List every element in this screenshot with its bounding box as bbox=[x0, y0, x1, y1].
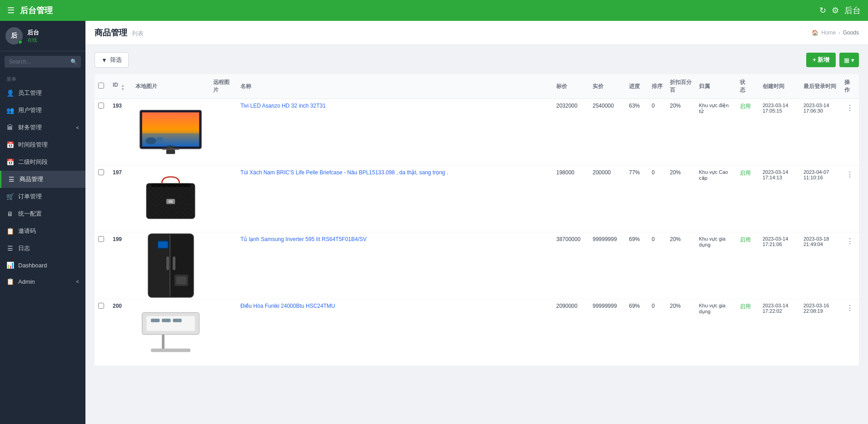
svg-rect-29 bbox=[162, 335, 165, 350]
sidebar-item-config[interactable]: 🖥 统一配置 bbox=[0, 205, 85, 222]
sidebar-item-logs[interactable]: ☰ 日志 bbox=[0, 240, 85, 257]
row-action-button[interactable]: ⋮ bbox=[844, 169, 855, 180]
product-table-wrap: ID ▲▼ 本地图片 远程图片 名称 标价 实价 进度 排序 折扣百分百 归属 … bbox=[95, 74, 859, 366]
th-status: 状态 bbox=[736, 74, 759, 99]
row-checkbox[interactable] bbox=[98, 103, 104, 108]
row-remote-img bbox=[210, 99, 237, 166]
goods-icon: ☰ bbox=[8, 176, 15, 183]
svg-rect-26 bbox=[151, 319, 160, 322]
row-progress: 77% bbox=[625, 166, 648, 232]
svg-rect-3 bbox=[162, 148, 180, 150]
row-remote-img bbox=[210, 232, 237, 299]
row-name: Túi Xách Nam BRIC'S Life Pelle Briefcase… bbox=[237, 166, 553, 232]
svg-rect-19 bbox=[173, 256, 175, 270]
row-progress: 69% bbox=[625, 299, 648, 366]
sidebar-item-dashboard[interactable]: 📊 Dashboard bbox=[0, 257, 85, 273]
product-name-link[interactable]: Tủ lạnh Samsung Inverter 595 lít RS64T5F… bbox=[240, 236, 367, 242]
sidebar-item-users[interactable]: 👥 用户管理 bbox=[0, 102, 85, 119]
row-created: 2023-03-1417:05:15 bbox=[759, 99, 800, 166]
column-button[interactable]: ▦ ▾ bbox=[839, 53, 859, 67]
timeslot-icon: 📅 bbox=[6, 141, 14, 148]
sidebar-item-staff[interactable]: 👤 员工管理 bbox=[0, 84, 85, 102]
row-checkbox-cell bbox=[95, 166, 109, 232]
app-title: 后台管理 bbox=[20, 5, 53, 16]
row-real-price: 2540000 bbox=[589, 99, 625, 166]
svg-rect-7 bbox=[142, 133, 200, 147]
filter-button[interactable]: ▼ 筛选 bbox=[95, 52, 129, 68]
row-created: 2023-03-1417:22:02 bbox=[759, 299, 800, 366]
sidebar-section-label: 菜单 bbox=[0, 72, 85, 84]
sidebar-item-goods[interactable]: ☰ 商品管理 bbox=[0, 171, 85, 188]
status-badge: 启用 bbox=[740, 303, 751, 310]
row-action-button[interactable]: ⋮ bbox=[844, 303, 855, 313]
row-action-button[interactable]: ⋮ bbox=[844, 103, 855, 113]
sidebar-item-label: 用户管理 bbox=[18, 106, 42, 114]
table-row: 200 Điều Hòa Funiki 24000Btu HSC24TMU 20… bbox=[95, 299, 859, 366]
logs-icon: ☰ bbox=[6, 245, 14, 252]
row-checkbox-cell bbox=[95, 299, 109, 366]
sidebar-item-admin[interactable]: 📋 Admin < bbox=[0, 273, 85, 290]
sidebar-item-finance[interactable]: 🏛 财务管理 < bbox=[0, 119, 85, 136]
admin-icon: 📋 bbox=[6, 278, 14, 285]
row-real-price: 200000 bbox=[589, 166, 625, 232]
svg-rect-18 bbox=[166, 256, 169, 270]
row-action: ⋮ bbox=[841, 232, 859, 299]
page-subtitle: 列表 bbox=[132, 30, 144, 38]
topbar: ☰ 后台管理 ↻ ⚙ 后台 bbox=[0, 0, 868, 21]
th-id[interactable]: ID ▲▼ bbox=[109, 74, 132, 99]
row-belong: Khu vực Cao cấp bbox=[695, 166, 736, 232]
row-checkbox[interactable] bbox=[98, 169, 104, 175]
row-created: 2023-03-1417:14:13 bbox=[759, 166, 800, 232]
user-info: 后台 在线 bbox=[27, 29, 39, 44]
sort-arrows: ▲▼ bbox=[121, 84, 125, 91]
row-checkbox[interactable] bbox=[98, 236, 104, 242]
topbar-left: ☰ 后台管理 bbox=[7, 5, 53, 16]
row-checkbox[interactable] bbox=[98, 303, 104, 309]
chevron-icon: < bbox=[76, 125, 79, 130]
row-created: 2023-03-1417:21:06 bbox=[759, 232, 800, 299]
sidebar-item-invite[interactable]: 📋 邀请码 bbox=[0, 222, 85, 240]
sidebar-item-timeslot[interactable]: 📅 时间段管理 bbox=[0, 136, 85, 153]
settings-icon[interactable]: ⚙ bbox=[832, 5, 839, 15]
sidebar-item-label: 财务管理 bbox=[18, 123, 42, 132]
th-last-login: 最后登录时间 bbox=[800, 74, 841, 99]
hamburger-icon[interactable]: ☰ bbox=[7, 5, 15, 15]
th-discount: 折扣百分百 bbox=[666, 74, 695, 99]
toolbar-left: ▼ 筛选 bbox=[95, 52, 129, 68]
sidebar-item-timeslot2[interactable]: 📅 二级时间段 bbox=[0, 153, 85, 171]
timeslot2-icon: 📅 bbox=[6, 158, 14, 166]
sidebar-item-label: 员工管理 bbox=[18, 89, 42, 97]
row-name: Điều Hòa Funiki 24000Btu HSC24TMU bbox=[237, 299, 553, 366]
new-button[interactable]: + 新增 bbox=[806, 53, 836, 67]
row-discount: 20% bbox=[666, 299, 695, 366]
topbar-user-label[interactable]: 后台 bbox=[844, 5, 861, 16]
sidebar-item-label: 邀请码 bbox=[18, 227, 36, 235]
row-real-price: 99999999 bbox=[589, 299, 625, 366]
sidebar-item-label: 日志 bbox=[18, 244, 30, 252]
sidebar-item-label: 二级时间段 bbox=[18, 158, 48, 166]
svg-rect-23 bbox=[176, 276, 186, 284]
chevron-icon: < bbox=[76, 279, 79, 284]
sidebar-item-orders[interactable]: 🛒 订单管理 bbox=[0, 188, 85, 205]
row-progress: 69% bbox=[625, 232, 648, 299]
product-name-link[interactable]: Điều Hòa Funiki 24000Btu HSC24TMU bbox=[240, 303, 335, 309]
main-header: 商品管理 列表 🏠 Home › Goods bbox=[85, 21, 868, 45]
th-belong: 归属 bbox=[695, 74, 736, 99]
row-action-button[interactable]: ⋮ bbox=[844, 236, 855, 247]
page-title: 商品管理 bbox=[95, 27, 127, 38]
search-input[interactable] bbox=[5, 56, 81, 68]
product-name-link[interactable]: Tivi LED Asanzo HD 32 inch 32T31 bbox=[240, 103, 326, 109]
refresh-icon[interactable]: ↻ bbox=[819, 5, 826, 15]
table-header-row: ID ▲▼ 本地图片 远程图片 名称 标价 实价 进度 排序 折扣百分百 归属 … bbox=[95, 74, 859, 99]
svg-rect-21 bbox=[158, 242, 168, 248]
select-all-checkbox[interactable] bbox=[98, 83, 104, 89]
topbar-right: ↻ ⚙ 后台 bbox=[819, 5, 861, 16]
th-action: 操作 bbox=[841, 74, 859, 99]
breadcrumb-home[interactable]: Home bbox=[821, 30, 836, 36]
product-name-link[interactable]: Túi Xách Nam BRIC'S Life Pelle Briefcase… bbox=[240, 169, 448, 176]
row-local-img bbox=[132, 99, 210, 166]
row-status: 启用 bbox=[736, 299, 759, 366]
config-icon: 🖥 bbox=[6, 210, 14, 217]
main-content: 商品管理 列表 🏠 Home › Goods ▼ 筛选 bbox=[85, 21, 868, 424]
th-price: 标价 bbox=[553, 74, 589, 99]
